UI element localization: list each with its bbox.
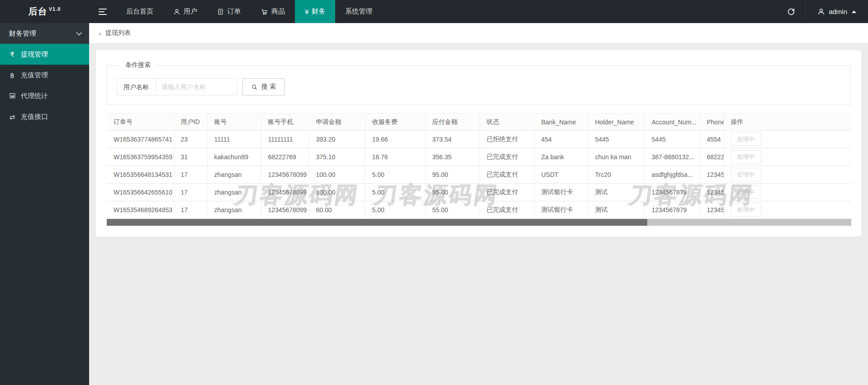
search-fieldset: 条件搜索 用户名称 搜 索: [107, 61, 850, 105]
operation-cell: 处理中: [724, 131, 851, 148]
table-cell: W165363759954359: [107, 148, 174, 166]
table-cell: 11111111: [261, 131, 309, 148]
table-cell: 17: [174, 184, 207, 201]
breadcrumb: » 提现列表: [89, 23, 868, 43]
column-header: Holder_Name: [588, 114, 645, 131]
horizontal-scrollbar[interactable]: [107, 219, 851, 226]
table-cell: chun ka man: [588, 148, 645, 166]
operation-cell: 处理中: [724, 184, 851, 201]
operation-cell: 处理中: [724, 166, 851, 184]
table-cell: 95.00: [425, 184, 479, 201]
btc-icon: ฿: [8, 72, 16, 79]
table-cell: 454: [534, 131, 588, 148]
menu-toggle-icon[interactable]: [89, 0, 116, 23]
sidebar-item-label: 提现管理: [21, 50, 48, 59]
table-cell: 1234567: [700, 201, 724, 219]
processing-button[interactable]: 处理中: [731, 150, 761, 164]
page-title: 提现列表: [105, 29, 131, 37]
status-cell: 已完成支付: [479, 148, 534, 166]
app-title: 后台: [28, 5, 47, 18]
table-cell: 95.00: [425, 166, 479, 184]
table-row: W16535664265561017zhangsan12345678099100…: [107, 184, 851, 201]
refresh-icon[interactable]: [777, 0, 805, 23]
column-header: 账号: [207, 114, 261, 131]
sidebar-item-label: 代理统计: [21, 92, 48, 100]
user-icon: [817, 8, 825, 15]
table-cell: 60.00: [309, 201, 365, 219]
table-cell: 375.10: [309, 148, 365, 166]
table-cell: 18.76: [365, 148, 425, 166]
sidebar-group-label: 财务管理: [9, 29, 36, 38]
table-cell: 387-8880132...: [645, 148, 700, 166]
nav-item-2[interactable]: 用户: [163, 0, 207, 23]
cart-icon: [261, 8, 268, 15]
table-cell: 5.00: [365, 184, 425, 201]
sidebar-item-4[interactable]: ⇄充值接口: [0, 106, 89, 127]
column-header: 操作: [724, 114, 851, 131]
scrollbar-thumb[interactable]: [107, 219, 647, 226]
table-row: W16535468926485317zhangsan1234567809960.…: [107, 201, 851, 219]
table-cell: W165356648134531: [107, 166, 174, 184]
doc-icon: [217, 8, 224, 15]
withdraw-table: 订单号用户ID账号账号手机申请金额收服务费应付金额状态Bank_NameHold…: [107, 113, 851, 219]
table-cell: zhangsan: [207, 201, 261, 219]
processing-button[interactable]: 处理中: [731, 185, 761, 199]
table-cell: 68222769: [261, 148, 309, 166]
table-cell: W165356642655610: [107, 184, 174, 201]
sidebar-item-2[interactable]: ฿充值管理: [0, 65, 89, 86]
table-cell: 31: [174, 148, 207, 166]
breadcrumb-separator-icon: »: [98, 29, 102, 37]
sidebar-item-3[interactable]: 代理统计: [0, 86, 89, 106]
column-header: 收服务费: [365, 114, 425, 131]
status-cell: 已完成支付: [479, 166, 534, 184]
table-cell: 100.00: [309, 166, 365, 184]
table-cell: 5.00: [365, 201, 425, 219]
processing-button[interactable]: 处理中: [731, 203, 761, 217]
table-cell: 1234567879: [645, 184, 700, 201]
processing-button[interactable]: 处理中: [731, 168, 761, 181]
table-row: W165363774865741231111111111111393.2019.…: [107, 131, 851, 148]
nav-item-5[interactable]: ¥财务: [295, 0, 335, 23]
table-cell: 4554: [700, 131, 724, 148]
nav-item-3[interactable]: 订单: [207, 0, 251, 23]
table-cell: kakachun89: [207, 148, 261, 166]
table-cell: 17: [174, 201, 207, 219]
table-cell: 23: [174, 131, 207, 148]
sidebar-item-label: 充值接口: [21, 113, 48, 121]
withdraw-table-wrap: 订单号用户ID账号账号手机申请金额收服务费应付金额状态Bank_NameHold…: [107, 113, 850, 226]
nav-item-4[interactable]: 商品: [251, 0, 295, 23]
table-cell: 11111: [207, 131, 261, 148]
nav-item-label: 系统管理: [345, 7, 372, 16]
sidebar-group-finance[interactable]: 财务管理: [0, 23, 89, 44]
table-cell: zhangsan: [207, 184, 261, 201]
table-cell: 测试: [588, 201, 645, 219]
nav-item-1[interactable]: 后台首页: [116, 0, 163, 23]
sidebar-item-1[interactable]: ₹提现管理: [0, 44, 89, 65]
processing-button[interactable]: 处理中: [731, 133, 761, 146]
table-cell: 12345678099: [261, 166, 309, 184]
table-cell: 19.66: [365, 131, 425, 148]
main-area: » 提现列表 条件搜索 用户名称 搜 索: [89, 23, 868, 385]
column-header: 状态: [479, 114, 534, 131]
table-cell: 测试银行卡: [534, 201, 588, 219]
table-cell: 1234567: [700, 184, 724, 201]
nav-item-label: 财务: [312, 7, 325, 16]
column-header: Bank_Name: [534, 114, 588, 131]
search-button[interactable]: 搜 索: [242, 78, 285, 95]
navbar-menu: 后台首页用户订单商品¥财务系统管理: [116, 0, 382, 23]
user-dropdown[interactable]: admin: [805, 0, 868, 23]
table-cell: W165354689264853: [107, 201, 174, 219]
nav-item-6[interactable]: 系统管理: [335, 0, 382, 23]
table-cell: Za bank: [534, 148, 588, 166]
swap-icon: ⇄: [8, 114, 16, 120]
column-header: 订单号: [107, 114, 174, 131]
search-row: 用户名称 搜 索: [116, 78, 841, 95]
user-icon: [173, 8, 180, 15]
sidebar-item-label: 充值管理: [21, 71, 48, 80]
content: 条件搜索 用户名称 搜 索 订单号用户ID账号账号手机申请金额收服务费应付金额状…: [89, 43, 868, 243]
table-cell: 17: [174, 166, 207, 184]
table-cell: 5445: [645, 131, 700, 148]
operation-cell: 处理中: [724, 148, 851, 166]
column-header: Phone_N: [700, 114, 724, 131]
username-input[interactable]: [156, 78, 237, 95]
